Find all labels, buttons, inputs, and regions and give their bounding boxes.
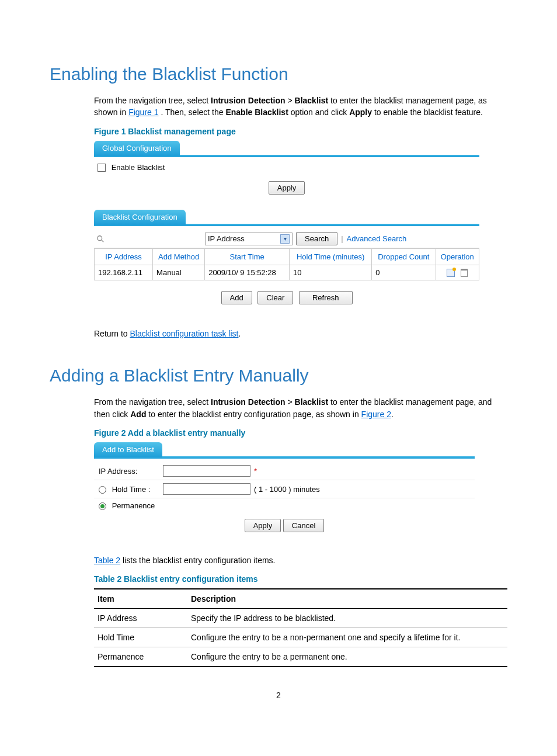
figure-2-caption: Figure 2 Add a blacklist entry manually (94, 428, 507, 438)
text: to enable the blacklist feature. (374, 107, 483, 117)
select-value: IP Address (208, 234, 245, 243)
col-operation: Operation (436, 249, 479, 265)
search-field-select[interactable]: IP Address ▾ (205, 233, 293, 245)
cell-dropped: 0 (372, 265, 436, 280)
tab-add-to-blacklist[interactable]: Add to Blacklist (94, 442, 162, 457)
figure-1-caption: Figure 1 Blacklist management page (94, 127, 507, 136)
table-row: Permanence Configure the entry to be a p… (94, 647, 507, 667)
advanced-search-link[interactable]: Advanced Search (347, 234, 407, 243)
chevron-down-icon: ▾ (280, 234, 290, 244)
bold-enable-blacklist: Enable Blacklist (225, 107, 288, 117)
figure-1: Global Configuration Enable Blacklist Ap… (94, 141, 479, 305)
cell-item: IP Address (94, 609, 187, 628)
cell-operation (436, 265, 479, 280)
text: . Then, select the (161, 107, 225, 117)
cell-item: Permanence (94, 647, 187, 667)
edit-icon[interactable] (447, 269, 455, 277)
table-row: 192.168.2.11 Manual 2009/10/ 9 15:52:28 … (95, 265, 479, 280)
paragraph-add-entry: From the navigation tree, select Intrusi… (50, 396, 507, 420)
svg-point-0 (98, 235, 102, 240)
radio-permanence[interactable] (99, 502, 106, 510)
checkbox-enable-blacklist[interactable] (98, 164, 106, 172)
col-start-time[interactable]: Start Time (205, 249, 290, 265)
cell-item: Hold Time (94, 628, 187, 647)
paragraph-enable: From the navigation tree, select Intrusi… (50, 95, 507, 119)
col-dropped-count[interactable]: Dropped Count (372, 249, 436, 265)
bold-intrusion-detection: Intrusion Detection (211, 397, 286, 407)
table-2: Item Description IP Address Specify the … (94, 588, 507, 667)
clear-button[interactable]: Clear (257, 291, 293, 304)
col-hold-time[interactable]: Hold Time (minutes) (290, 249, 372, 265)
link-figure-1[interactable]: Figure 1 (128, 107, 158, 117)
tab-global-configuration[interactable]: Global Configuration (94, 141, 180, 156)
text: option and click (291, 107, 349, 117)
separator: | (341, 234, 343, 243)
hold-time-range-note: ( 1 - 1000 ) minutes (254, 485, 320, 494)
heading-adding-entry: Adding a Blacklist Entry Manually (50, 366, 507, 386)
apply-button[interactable]: Apply (245, 519, 281, 532)
cancel-button[interactable]: Cancel (283, 519, 324, 532)
svg-line-1 (102, 240, 104, 242)
ip-address-input[interactable] (163, 465, 250, 477)
figure-2: Add to Blacklist IP Address: * Hold Time… (94, 442, 475, 535)
apply-button[interactable]: Apply (269, 181, 305, 195)
add-button[interactable]: Add (221, 291, 252, 304)
text: > (287, 96, 294, 105)
bold-apply: Apply (349, 107, 372, 117)
text: Return to (94, 329, 130, 338)
link-figure-2[interactable]: Figure 2 (361, 410, 391, 419)
text: . (391, 410, 394, 419)
label-permanence: Permanence (112, 501, 155, 510)
bold-blacklist: Blacklist (295, 397, 329, 407)
label-hold-time: Hold Time : (112, 485, 151, 494)
cell-method: Manual (153, 265, 205, 280)
cell-hold: 10 (290, 265, 372, 280)
col-description: Description (187, 589, 507, 609)
refresh-button[interactable]: Refresh (299, 291, 353, 304)
col-item: Item (94, 589, 187, 609)
col-add-method[interactable]: Add Method (153, 249, 205, 265)
label-ip-address: IP Address: (99, 467, 163, 476)
link-table-2[interactable]: Table 2 (94, 556, 120, 565)
table-row: IP Address Specify the IP address to be … (94, 609, 507, 628)
radio-hold-time[interactable] (99, 486, 106, 494)
page-number: 2 (50, 691, 507, 700)
hold-time-input[interactable] (163, 483, 250, 495)
bold-add: Add (130, 410, 146, 419)
search-icon (96, 235, 105, 243)
bold-intrusion-detection: Intrusion Detection (211, 96, 286, 105)
cell-desc: Specify the IP address to be blacklisted… (187, 609, 507, 628)
delete-icon[interactable] (461, 269, 468, 277)
label-enable-blacklist: Enable Blacklist (112, 163, 165, 172)
cell-start: 2009/10/ 9 15:52:28 (205, 265, 290, 280)
text: > (287, 397, 294, 407)
table-2-caption: Table 2 Blacklist entry configuration it… (94, 574, 507, 584)
cell-desc: Configure the entry to be a non-permanen… (187, 628, 507, 647)
bold-blacklist: Blacklist (295, 96, 329, 105)
blacklist-table: IP Address Add Method Start Time Hold Ti… (94, 248, 479, 280)
col-ip-address[interactable]: IP Address (95, 249, 153, 265)
paragraph-return: Return to Blacklist configuration task l… (50, 328, 507, 339)
heading-enable-blacklist: Enabling the Blacklist Function (50, 64, 507, 84)
cell-desc: Configure the entry to be a permanent on… (187, 647, 507, 667)
text: From the navigation tree, select (94, 96, 211, 105)
text: lists the blacklist entry configuration … (120, 556, 275, 565)
link-task-list[interactable]: Blacklist configuration task list (130, 329, 238, 338)
table-row: Hold Time Configure the entry to be a no… (94, 628, 507, 647)
tab-blacklist-configuration[interactable]: Blacklist Configuration (94, 210, 186, 225)
text: From the navigation tree, select (94, 397, 211, 407)
text: . (238, 329, 241, 338)
paragraph-table-2-intro: Table 2 lists the blacklist entry config… (50, 554, 507, 566)
text: to enter the blacklist entry configurati… (148, 410, 361, 419)
required-star-icon: * (254, 467, 257, 476)
search-button[interactable]: Search (296, 232, 337, 245)
cell-ip: 192.168.2.11 (95, 265, 153, 280)
